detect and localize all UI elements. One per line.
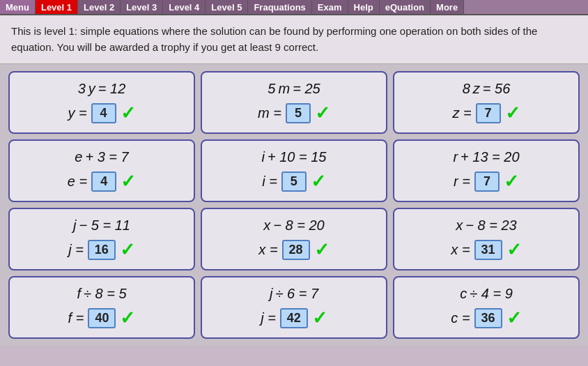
answer-box-10[interactable]: 42	[280, 308, 308, 328]
answer-line-3: e =4✓	[68, 171, 136, 192]
variable-label-1: m =	[258, 105, 281, 121]
equation-line-4: i + 10 = 15	[262, 149, 327, 165]
answer-box-4[interactable]: 5	[281, 171, 307, 192]
equation-line-5: r + 13 = 20	[453, 149, 519, 165]
equation-line-2: 8z = 56	[463, 81, 511, 97]
equation-card-2: 8z = 56z =7✓	[393, 71, 580, 134]
nav-item-level-3[interactable]: Level 3	[121, 0, 163, 14]
variable-label-11: c =	[451, 310, 470, 326]
equation-card-4: i + 10 = 15i =5✓	[201, 139, 387, 202]
answer-line-0: y =4✓	[68, 102, 135, 124]
nav-item-menu[interactable]: Menu	[0, 0, 36, 14]
equation-line-1: 5m = 25	[268, 81, 320, 97]
checkmark-9: ✓	[120, 307, 135, 329]
checkmark-4: ✓	[311, 171, 326, 192]
answer-box-0[interactable]: 4	[91, 103, 116, 123]
checkmark-0: ✓	[121, 102, 136, 124]
answer-box-8[interactable]: 31	[474, 240, 502, 260]
variable-label-10: j =	[261, 310, 276, 326]
nav-item-level-4[interactable]: Level 4	[163, 0, 206, 14]
answer-line-5: r =7✓	[454, 171, 519, 192]
equation-card-0: 3y = 12y =4✓	[8, 71, 195, 134]
variable-label-8: x =	[451, 242, 470, 258]
equation-line-10: j ÷ 6 = 7	[270, 286, 318, 302]
answer-line-9: f =40✓	[68, 307, 136, 329]
answer-line-11: c =36✓	[451, 307, 521, 329]
equation-card-7: x − 8 = 20x =28✓	[201, 208, 387, 270]
variable-label-2: z =	[452, 105, 471, 121]
equation-card-3: e + 3 = 7e =4✓	[8, 139, 195, 202]
variable-label-5: r =	[454, 174, 470, 190]
answer-box-6[interactable]: 16	[88, 240, 116, 260]
variable-label-3: e =	[68, 174, 87, 190]
equation-line-3: e + 3 = 7	[75, 149, 128, 165]
answer-box-5[interactable]: 7	[474, 171, 500, 192]
answer-line-10: j =42✓	[261, 307, 327, 329]
answer-line-6: j =16✓	[68, 239, 135, 261]
equation-line-11: c ÷ 4 = 9	[460, 286, 513, 302]
nav-item-more[interactable]: More	[431, 0, 464, 14]
equation-line-9: f ÷ 8 = 5	[77, 286, 126, 302]
answer-box-3[interactable]: 4	[91, 171, 116, 192]
equation-line-8: x − 8 = 23	[456, 218, 516, 234]
level-description: This is level 1: simple equations where …	[0, 15, 588, 64]
checkmark-6: ✓	[120, 239, 135, 261]
nav-item-level-2[interactable]: Level 2	[78, 0, 121, 14]
answer-box-2[interactable]: 7	[476, 103, 501, 123]
nav-item-exam[interactable]: Exam	[312, 0, 348, 14]
answer-line-8: x =31✓	[451, 239, 521, 261]
answer-line-1: m =5✓	[258, 102, 330, 124]
equation-line-0: 3y = 12	[78, 81, 126, 97]
checkmark-8: ✓	[506, 239, 522, 261]
answer-line-4: i =5✓	[262, 171, 326, 192]
nav-item-level-5[interactable]: Level 5	[206, 0, 248, 14]
answer-line-2: z =7✓	[452, 102, 520, 124]
nav-item-help[interactable]: Help	[348, 0, 380, 14]
answer-box-1[interactable]: 5	[286, 103, 311, 123]
variable-label-9: f =	[68, 310, 84, 326]
checkmark-7: ✓	[314, 239, 330, 261]
answer-box-9[interactable]: 40	[88, 308, 116, 328]
equation-line-7: x − 8 = 20	[263, 218, 324, 234]
nav-item-level-1[interactable]: Level 1	[36, 0, 78, 14]
variable-label-0: y =	[68, 105, 86, 121]
checkmark-5: ✓	[504, 171, 519, 192]
equation-card-6: j − 5 = 11j =16✓	[8, 208, 195, 270]
variable-label-7: x =	[258, 242, 277, 258]
variable-label-4: i =	[262, 174, 277, 190]
nav-item-equation[interactable]: eQuation	[380, 0, 431, 14]
answer-box-11[interactable]: 36	[474, 308, 502, 328]
equation-card-10: j ÷ 6 = 7j =42✓	[201, 276, 387, 339]
checkmark-11: ✓	[506, 307, 522, 329]
equation-card-8: x − 8 = 23x =31✓	[393, 208, 580, 270]
equation-card-9: f ÷ 8 = 5f =40✓	[8, 276, 195, 339]
checkmark-2: ✓	[505, 102, 520, 124]
equations-grid: 3y = 12y =4✓5m = 25m =5✓8z = 56z =7✓e + …	[0, 64, 588, 346]
equation-card-5: r + 13 = 20r =7✓	[393, 139, 580, 202]
equation-line-6: j − 5 = 11	[73, 218, 130, 234]
answer-box-7[interactable]: 28	[282, 240, 310, 260]
navigation-bar: MenuLevel 1Level 2Level 3Level 4Level 5F…	[0, 0, 588, 15]
equation-card-11: c ÷ 4 = 9c =36✓	[393, 276, 580, 339]
checkmark-3: ✓	[121, 171, 136, 192]
answer-line-7: x =28✓	[258, 239, 329, 261]
equation-card-1: 5m = 25m =5✓	[201, 71, 387, 134]
checkmark-1: ✓	[315, 102, 330, 124]
nav-item-fraquations[interactable]: Fraquations	[248, 0, 311, 14]
checkmark-10: ✓	[312, 307, 327, 329]
variable-label-6: j =	[68, 242, 84, 258]
